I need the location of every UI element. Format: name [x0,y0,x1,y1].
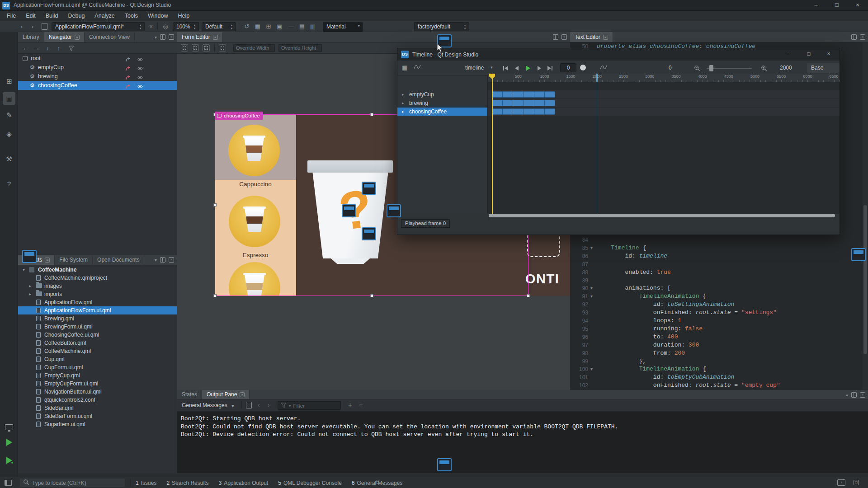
code-line[interactable]: 97 duration: 300 [570,341,868,349]
resize-tool-icon[interactable] [203,44,210,52]
keyframe-cell[interactable] [492,109,503,114]
continue-button-partial-text[interactable]: ONTI [525,272,570,286]
override-height-input[interactable]: Override Height [278,44,322,52]
override-width-input[interactable]: Override Width [233,44,275,52]
help-icon[interactable]: ? [0,178,18,190]
code-text[interactable]: to: 400 [597,333,678,341]
playhead-line[interactable] [492,74,493,214]
menu-help[interactable]: Help [173,11,194,21]
keyframe-cell[interactable] [513,109,524,114]
code-line[interactable]: 102 onFinished: root.state = "empty cup" [570,381,868,389]
selection-handle[interactable] [527,294,530,297]
code-text[interactable]: duration: 300 [597,341,699,349]
apps-grid-icon[interactable]: ⊞ [0,75,18,87]
collapse-pane-icon[interactable]: ▴ [846,392,848,397]
keyframe-cell[interactable] [503,109,513,114]
spinner-arrows-icon[interactable]: ▴▾ [193,23,197,30]
navigator-item-choosingCoffee[interactable]: ⚙choosingCoffee [18,81,177,90]
keyframe-cell[interactable] [513,92,524,97]
code-text[interactable]: from: 200 [597,349,685,357]
close-pane-icon[interactable]: × [169,34,174,40]
layout-rows-icon[interactable]: ▤ [297,23,307,31]
timeline-settings-icon[interactable]: ▦ [402,64,407,71]
projects-tab-file-system[interactable]: File System [55,255,93,265]
project-file-SugarItem.ui.qml[interactable]: SugarItem.ui.qml [18,420,177,428]
close-button[interactable]: × [847,0,868,11]
timeline-ruler[interactable]: 5001000150020002500300035004000450050005… [488,74,840,82]
collapse-icon[interactable]: ▾ [23,266,25,274]
base-state-button[interactable]: Base State [807,63,840,73]
timeline-titlebar[interactable]: DS Timeline - Qt Design Studio [397,48,840,61]
style-selector[interactable]: Default ▴▾ [202,22,236,31]
project-file-CoffeeMachine.qml[interactable]: CoffeeMachine.qml [18,347,177,355]
code-text[interactable]: running: false [597,325,703,333]
timeline-end-marker[interactable] [596,74,598,82]
move-left-icon[interactable]: ← [22,44,30,52]
project-file-CupForm.ui.qml[interactable]: CupForm.ui.qml [18,363,177,371]
navigator-item-brewing[interactable]: ⚙brewing [18,72,177,81]
output-pane-button-qml-debugger-console[interactable]: 5QML Debugger Console [278,480,342,486]
keyframe-cell[interactable] [524,109,534,114]
selection-mode-icon[interactable] [181,44,188,52]
timeline-maximize-button[interactable]: □ [799,48,819,61]
keyframe-cell[interactable] [503,92,513,97]
menu-edit[interactable]: Edit [21,11,41,21]
projects-tab-open-documents[interactable]: Open Documents [93,255,144,265]
selection-handle[interactable] [370,113,373,116]
console-output[interactable]: Boot2Qt: Starting QDB host server.Boot2Q… [177,412,868,473]
split-pane-icon[interactable] [553,34,558,40]
project-root[interactable]: ▾CoffeeMachine [18,266,177,274]
filter-funnel-icon[interactable] [67,45,75,53]
code-line[interactable]: 88 enabled: true [570,268,868,277]
dock-indicator-left-icon[interactable] [22,250,37,263]
code-text[interactable]: id: timeline [597,252,667,260]
close-pane-icon[interactable]: × [860,34,865,40]
expand-icon[interactable]: □ [854,480,859,485]
keyframe-bar-choosingCoffee[interactable] [492,108,555,115]
code-text[interactable]: onFinished: root.state = "settings" [597,309,777,317]
close-document-button[interactable]: × [146,23,156,31]
code-line[interactable]: 101 id: toEmptyCubAnimation [570,373,868,381]
code-line[interactable]: 86 id: timeline [570,252,868,260]
menu-analyze[interactable]: Analyze [90,11,119,21]
zoom-selector[interactable]: 100% ▴▾ [173,22,199,31]
code-text[interactable]: id: toSettingsAnimation [597,300,734,309]
tab-text-editor[interactable]: Text Editor × [570,32,613,42]
output-tab-states[interactable]: States [177,390,202,399]
project-file-Cup.qml[interactable]: Cup.qml [18,355,177,363]
timeline-minimize-button[interactable]: – [778,48,798,61]
to-start-button[interactable] [500,63,510,73]
timeline-keyframe-area[interactable] [488,82,840,214]
output-tab-output-pane[interactable]: Output Pane× [202,390,250,399]
code-line[interactable]: 90▾ animations: [ [570,284,868,292]
play-button[interactable] [523,63,533,73]
run-target-icon[interactable]: ◎ [161,23,170,31]
move-tool-icon[interactable] [192,44,199,52]
expand-icon[interactable]: ▸ [29,282,31,290]
keyframe-cell[interactable] [545,109,555,114]
editor-scrollbar[interactable] [863,42,868,390]
toggle-sidebar-icon[interactable] [5,480,12,486]
layout-columns-icon[interactable]: ▥ [308,23,317,31]
code-text[interactable]: }, [597,357,646,366]
code-line[interactable]: 98 from: 200 [570,349,868,357]
project-file-CoffeeButton.qml[interactable]: CoffeeButton.qml [18,339,177,347]
keyframe-cell[interactable] [492,100,503,106]
project-file-EmptyCup.qml[interactable]: EmptyCup.qml [18,371,177,380]
expand-icon[interactable]: ▸ [29,290,31,298]
zoom-in-icon[interactable] [761,65,767,73]
keyframe-bar-emptyCup[interactable] [492,91,555,98]
espresso-image[interactable] [229,196,280,247]
code-line[interactable]: 87 [570,260,868,268]
navigator-tab-navigator[interactable]: Navigator× [44,32,85,42]
edit-pencil-icon[interactable]: ✎ [0,109,18,121]
keyframe-cell[interactable] [534,92,545,97]
code-line[interactable]: 84 [570,236,868,244]
dock-indicator-right-icon[interactable] [851,248,866,261]
spinner-arrows-icon[interactable]: ▴▾ [230,23,234,30]
code-line[interactable]: 94 loops: 1 [570,317,868,325]
output-pane-button-issues[interactable]: 1Issues [136,480,156,486]
dock-indicator-center-bottom-icon[interactable] [362,227,376,240]
output-pane-button-application-output[interactable]: 3Application Output [218,480,268,486]
cappuccino-image[interactable] [228,125,280,176]
